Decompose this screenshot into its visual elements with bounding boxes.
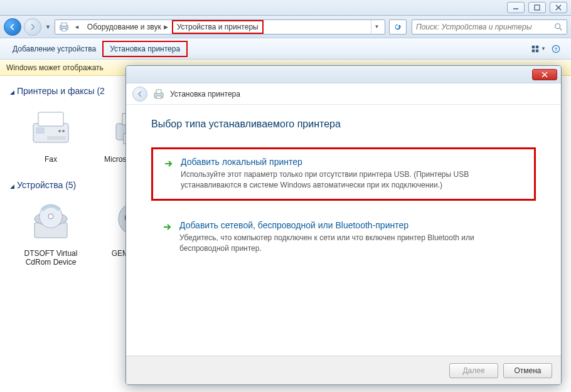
cancel-button[interactable]: Отмена	[503, 363, 552, 378]
maximize-button[interactable]	[528, 2, 546, 13]
breadcrumb-devices-label: Устройства и принтеры	[177, 23, 259, 31]
info-bar-text: Windows может отображать	[6, 63, 104, 72]
minimize-button[interactable]	[507, 2, 525, 13]
search-box[interactable]	[412, 19, 567, 34]
add-device-button[interactable]: Добавление устройства	[6, 42, 102, 56]
svg-line-8	[560, 28, 562, 30]
command-bar: Добавление устройства Установка принтера…	[0, 38, 571, 60]
svg-point-7	[555, 23, 560, 28]
window-titlebar	[0, 0, 571, 16]
svg-point-18	[58, 130, 61, 132]
breadcrumb-hardware[interactable]: Оборудование и звук▶	[83, 20, 172, 34]
nav-forward-button[interactable]	[24, 18, 41, 36]
view-options-button[interactable]: ▼	[530, 42, 547, 56]
nav-history-dropdown[interactable]: ▼	[44, 24, 52, 30]
svg-point-19	[62, 130, 65, 132]
fax-icon	[28, 106, 73, 151]
svg-text:?: ?	[555, 46, 558, 52]
dialog-header: Установка принтера	[126, 83, 561, 105]
next-button[interactable]: Далее	[449, 363, 498, 378]
help-button[interactable]: ?	[547, 42, 565, 56]
dialog-titlebar	[126, 66, 561, 83]
svg-rect-9	[532, 45, 535, 48]
dialog-close-button[interactable]	[532, 69, 557, 80]
address-bar: ▼ ◄ Оборудование и звук▶ Устройства и пр…	[0, 16, 571, 38]
breadcrumb-prev-arrow[interactable]: ◄	[70, 20, 83, 34]
search-icon	[554, 23, 563, 31]
svg-point-29	[48, 214, 53, 219]
devices-printers-icon	[58, 21, 70, 33]
dialog-back-button[interactable]	[132, 87, 147, 102]
dialog-heading: Выбор типа устанавливаемого принтера	[151, 119, 536, 130]
svg-rect-10	[536, 45, 538, 48]
add-network-printer-desc: Убедитесь, что компьютер подключен к сет…	[179, 233, 525, 255]
svg-rect-11	[532, 49, 535, 51]
add-local-printer-option[interactable]: Добавить локальный принтер Используйте э…	[151, 147, 536, 201]
add-network-printer-title: Добавить сетевой, беспроводной или Bluet…	[179, 220, 525, 230]
arrow-right-icon	[162, 222, 172, 232]
window-close-button[interactable]	[550, 2, 567, 13]
add-local-printer-title: Добавить локальный принтер	[181, 157, 524, 167]
svg-rect-1	[535, 5, 540, 10]
svg-rect-16	[38, 112, 63, 126]
address-dropdown[interactable]: ▼	[371, 20, 382, 34]
arrow-right-icon	[163, 159, 173, 169]
search-input[interactable]	[416, 23, 554, 31]
refresh-button[interactable]	[389, 19, 407, 34]
fax-label: Fax	[23, 155, 79, 164]
breadcrumb-hardware-label: Оборудование и звук	[87, 23, 161, 31]
add-printer-button[interactable]: Установка принтера	[102, 41, 188, 57]
svg-rect-6	[61, 28, 66, 31]
svg-rect-38	[156, 90, 161, 93]
svg-rect-20	[47, 136, 66, 140]
fax-device-item[interactable]: Fax	[23, 106, 79, 164]
printers-section-label: Принтеры и факсы (2	[17, 86, 105, 96]
cdrom-icon	[28, 200, 73, 245]
svg-rect-5	[61, 23, 67, 26]
svg-rect-17	[36, 127, 45, 134]
breadcrumb[interactable]: ◄ Оборудование и звук▶ Устройства и прин…	[55, 19, 385, 34]
svg-rect-12	[536, 49, 538, 51]
dtsoft-label: DTSOFT Virtual CdRom Device	[23, 249, 79, 267]
add-local-printer-desc: Используйте этот параметр только при отс…	[181, 169, 524, 191]
devices-section-label: Устройства (5)	[17, 180, 76, 190]
svg-rect-39	[156, 96, 161, 98]
dialog-footer: Далее Отмена	[126, 356, 561, 384]
breadcrumb-devices-printers[interactable]: Устройства и принтеры	[172, 20, 264, 34]
add-network-printer-option[interactable]: Добавить сетевой, беспроводной или Bluet…	[151, 212, 536, 263]
dtsoft-device-item[interactable]: DTSOFT Virtual CdRom Device	[23, 200, 79, 267]
dialog-body: Выбор типа устанавливаемого принтера Доб…	[126, 105, 561, 356]
printer-small-icon	[152, 88, 165, 100]
dialog-header-title: Установка принтера	[170, 90, 240, 98]
nav-back-button[interactable]	[4, 18, 21, 36]
add-printer-dialog: Установка принтера Выбор типа устанавлив…	[125, 65, 562, 385]
